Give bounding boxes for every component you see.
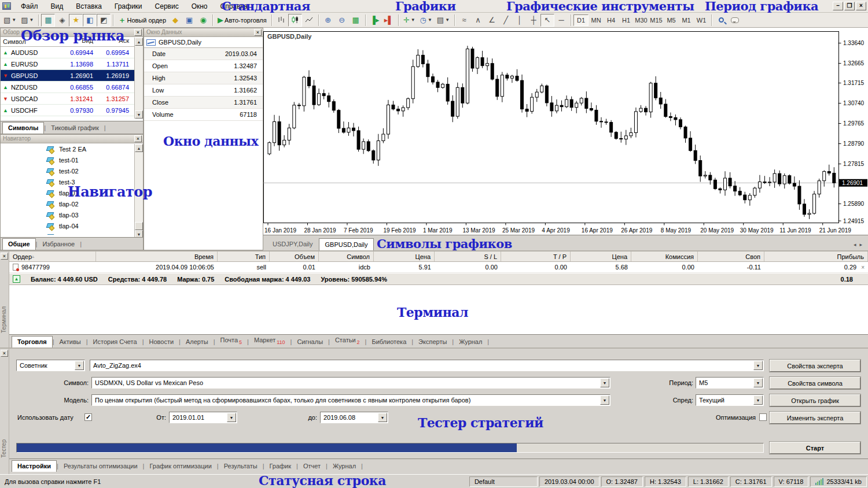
terminal-tab-12[interactable]: Журнал	[454, 337, 487, 347]
terminal-column-header[interactable]: Ордер ▵	[9, 252, 96, 261]
chat-button[interactable]	[728, 14, 742, 27]
chart-region[interactable]: GBPUSD,Daily 1.336401.326651.317151.3074…	[263, 28, 868, 235]
navigator-item-6[interactable]: tlap-02	[11, 198, 143, 209]
symbol-properties-button[interactable]: Свойства символа	[770, 377, 860, 389]
magnifier-button[interactable]	[714, 14, 728, 27]
chevron-down-icon[interactable]: ▼	[600, 395, 609, 405]
navigator-item-8[interactable]: tlap-04	[11, 220, 143, 231]
cursor-button[interactable]: ↖	[540, 14, 554, 27]
terminal-tab-3[interactable]: История Счета	[88, 337, 142, 347]
market-watch-tab-2[interactable]: Тиковый график	[46, 123, 104, 134]
favorites-star-button[interactable]: ★	[69, 14, 83, 27]
close-icon[interactable]: ×	[134, 29, 142, 36]
terminal-column-header[interactable]: Тип	[218, 252, 270, 261]
navigator-item-2[interactable]: test-01	[11, 154, 143, 165]
navigator-scrollbar[interactable]: ▲ ▼	[134, 144, 143, 238]
patterns-button[interactable]: ∧	[471, 14, 485, 27]
profiles-button[interactable]: ▨▼	[19, 14, 36, 27]
terminal-tab-6[interactable]: Почта5	[215, 335, 248, 347]
minimize-button[interactable]: –	[833, 2, 843, 10]
open-chart-button[interactable]: Открыть график	[770, 394, 860, 406]
start-button[interactable]: Старт	[770, 442, 860, 454]
tester-spread-combo[interactable]: Текущий▼	[696, 394, 764, 406]
scroll-up-icon[interactable]: ▲	[135, 144, 143, 152]
line-chart-button[interactable]	[302, 14, 316, 27]
status-profile[interactable]: Default	[469, 476, 538, 487]
terminal-column-header[interactable]: Цена	[571, 252, 631, 261]
period-button-m5[interactable]: M5	[664, 14, 679, 26]
terminal-column-header[interactable]: S / L	[435, 252, 501, 261]
navigator-item-7[interactable]: tlap-03	[11, 209, 143, 220]
navigator-tab-1[interactable]: Общие	[2, 238, 36, 250]
terminal-tab-4[interactable]: Новости	[144, 337, 179, 347]
scroll-down-icon[interactable]: ▼	[135, 110, 143, 119]
terminal-column-header[interactable]: Время	[96, 252, 218, 261]
chevron-down-icon[interactable]: ▼	[753, 361, 763, 370]
market-watch-row-nzdusd[interactable]: ▲NZDUSD0.668550.66874	[1, 82, 143, 93]
terminal-column-header[interactable]: Прибыль	[764, 252, 868, 261]
terminal-tab-8[interactable]: Сигналы	[292, 337, 328, 347]
terminal-tab-7[interactable]: Маркет110	[249, 335, 290, 347]
search-window-button[interactable]: ◩	[97, 14, 111, 27]
market-watch-column-header[interactable]: Бид	[61, 37, 97, 46]
scroll-thumb[interactable]	[135, 222, 143, 230]
menu-item-4[interactable]: Графики	[108, 1, 149, 12]
close-icon[interactable]: ×	[1, 350, 8, 357]
autotrade-button[interactable]: ▶Авто-торговля	[215, 14, 269, 27]
periods-clock-button[interactable]: ◷▼	[418, 14, 435, 27]
tester-tab-6[interactable]: Отчет	[298, 461, 326, 472]
to-date-combo[interactable]: 2019.06.08▼	[320, 412, 388, 423]
menu-item-3[interactable]: Вставка	[69, 1, 108, 12]
use-date-checkbox[interactable]: ✓	[84, 413, 92, 421]
period-button-h4[interactable]: H4	[604, 14, 619, 26]
zoom-out-button[interactable]: ⊖	[335, 14, 349, 27]
tester-tab-5[interactable]: График	[264, 461, 296, 472]
chevron-down-icon[interactable]: ▼	[753, 395, 763, 405]
crosshair-target-button[interactable]: ◈	[55, 14, 69, 27]
new-order-button[interactable]: ＋Новый ордер	[116, 14, 168, 27]
new-chart-button[interactable]: ▧▼	[1, 14, 19, 27]
terminal-column-header[interactable]: Объем	[270, 252, 319, 261]
horizontal-line-button[interactable]: ─	[554, 14, 568, 27]
market-watch-row-eurusd[interactable]: ▲EURUSD1.136981.13711	[1, 58, 143, 70]
autoscroll-button[interactable]: ▐▸	[368, 14, 382, 27]
candlestick-button[interactable]	[288, 14, 302, 27]
tester-type-combo[interactable]: Советник▼	[16, 360, 85, 371]
close-icon[interactable]: ×	[254, 29, 262, 36]
data-window-toggle-button[interactable]: ◧	[83, 14, 97, 27]
terminal-tab-10[interactable]: Библиотека	[366, 337, 411, 347]
navigator-item-5[interactable]: tlap-01	[11, 187, 143, 198]
restore-button[interactable]: ❐	[844, 2, 855, 10]
tester-period-combo[interactable]: M5▼	[696, 377, 764, 389]
market-watch-toggle-button[interactable]: ▦	[41, 14, 55, 27]
market-watch-row-audusd[interactable]: ▲AUDUSD0.699440.69954	[1, 47, 143, 58]
chart-tab-1[interactable]: USDJPY,Daily	[267, 238, 319, 250]
crosshair-button[interactable]: ┼	[527, 14, 540, 27]
period-button-m15[interactable]: M15	[649, 14, 664, 26]
chevron-down-icon[interactable]: ▼	[600, 378, 609, 387]
market-watch-row-usdchf[interactable]: ▲USDCHF0.979300.97945	[1, 105, 143, 116]
terminal-column-header[interactable]: T / P	[501, 252, 571, 261]
tester-model-combo[interactable]: По ценам открытия (быстрый метод на сфор…	[91, 394, 610, 406]
tile-windows-button[interactable]: ▦	[349, 14, 363, 27]
terminal-column-header[interactable]: Цена	[374, 252, 435, 261]
market-watch-row-gbpusd[interactable]: ▼GBPUSD1.269011.26919	[1, 70, 143, 82]
tester-tab-7[interactable]: Журнал	[328, 461, 361, 472]
period-button-m1[interactable]: M1	[679, 14, 694, 26]
chart-tab-2[interactable]: GBPUSD,Daily	[319, 238, 374, 250]
market-watch-tab-1[interactable]: Символы	[2, 122, 44, 134]
close-icon[interactable]: ×	[1, 253, 8, 260]
menu-item-7[interactable]: Справка	[214, 1, 254, 12]
period-button-h1[interactable]: H1	[619, 14, 634, 26]
scroll-up-icon[interactable]: ▲	[135, 38, 143, 46]
chevron-down-icon[interactable]: ▼	[753, 378, 763, 387]
zoom-in-button[interactable]: ⊕	[321, 14, 335, 27]
vertical-line-button[interactable]: │	[513, 14, 527, 27]
navigator-item-9[interactable]: tlap-05	[11, 231, 143, 235]
chart-shift-button[interactable]: ▸▌	[382, 14, 396, 27]
close-button[interactable]: ×	[856, 2, 866, 10]
market-watch-column-header[interactable]: Символ	[1, 37, 61, 46]
terminal-tab-1[interactable]: Торговля	[12, 336, 53, 347]
tester-symbol-combo[interactable]: USDMXN, US Dollar vs Mexican Peso▼	[91, 377, 610, 389]
menu-item-5[interactable]: Сервис	[149, 1, 185, 12]
